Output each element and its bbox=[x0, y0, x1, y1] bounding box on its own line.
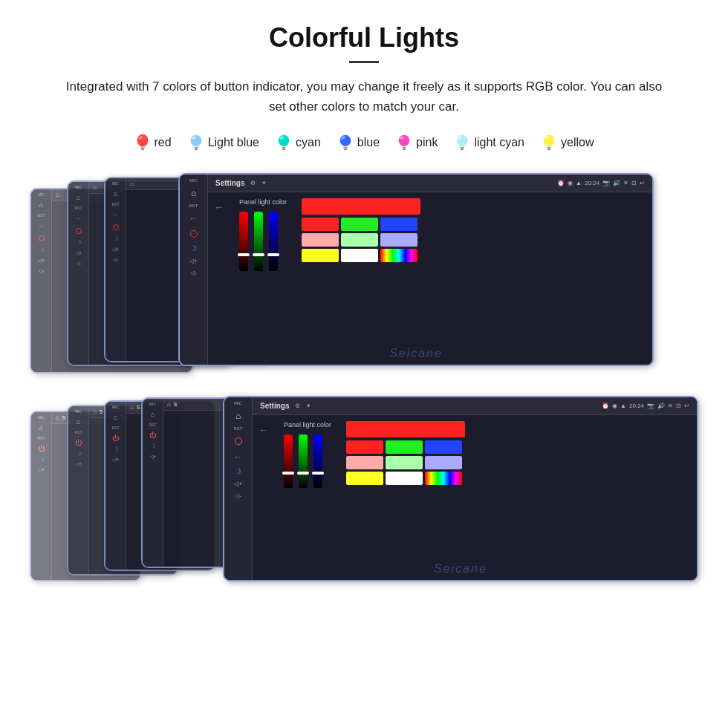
main-top-content-area: Settings ⚙ ✦ ⏰ ◉ ▲ 20:24 📷 🔊 ✕ ⊡ bbox=[208, 175, 652, 365]
vol2-icon-3: ◁- bbox=[113, 257, 118, 263]
red-slider bbox=[239, 212, 248, 271]
power-icon-2 bbox=[76, 228, 82, 234]
page-title: Colorful Lights bbox=[30, 22, 698, 53]
b-cell-green bbox=[386, 440, 423, 454]
svg-rect-3 bbox=[140, 147, 145, 149]
cell-pink1 bbox=[302, 233, 339, 247]
svg-rect-16 bbox=[344, 149, 347, 151]
b-color-grid bbox=[346, 421, 465, 485]
b-topbar-home-2: ⌂ bbox=[93, 408, 97, 415]
top-device-section: MIC ⌂ RST ← ☽ ◁+ ◁- ⌂ bbox=[30, 173, 698, 388]
color-row: red Light blue cyan bbox=[30, 133, 698, 152]
svg-point-17 bbox=[399, 135, 410, 146]
svg-point-13 bbox=[339, 135, 351, 146]
bottom-device-topbar: Settings ⚙ ✦ ⏰ ◉ ▲ 20:24 📷 🔊 ✕ ⊡ bbox=[253, 397, 697, 415]
topbar-x-icon: ✕ bbox=[623, 180, 628, 186]
b-power-icon-main bbox=[235, 437, 242, 445]
home-sym-main: ⌂ bbox=[191, 188, 196, 198]
cell-blue1 bbox=[380, 218, 417, 231]
color-label-yellow: yellow bbox=[561, 136, 594, 149]
b-cell-yellow bbox=[346, 472, 383, 485]
b-cell-lightgreen bbox=[386, 456, 423, 469]
b-mic-3: MIC bbox=[112, 405, 119, 409]
svg-point-1 bbox=[137, 135, 148, 146]
back-sym-main: ← bbox=[189, 213, 198, 224]
b-blue-slider bbox=[313, 434, 322, 488]
topbar-home-1: ⌂ bbox=[56, 192, 59, 198]
b-time: 20:24 bbox=[629, 403, 644, 409]
b-camera-icon: 📷 bbox=[647, 403, 654, 409]
cell-yellow1 bbox=[302, 249, 339, 262]
color-item-blue: blue bbox=[337, 133, 380, 152]
svg-rect-11 bbox=[282, 147, 286, 149]
svg-rect-28 bbox=[547, 149, 550, 151]
b-color-row-1 bbox=[346, 440, 465, 454]
b-topbar-s-2: S bbox=[100, 409, 103, 414]
b-vol-4: ◁+ bbox=[149, 454, 156, 460]
b-color-bar-red bbox=[346, 421, 465, 437]
b-vol-down-main: ◁- bbox=[235, 492, 241, 499]
svg-point-25 bbox=[544, 135, 555, 146]
color-item-lightcyan: light cyan bbox=[454, 133, 524, 152]
b-color-row-2 bbox=[346, 456, 465, 469]
b-vol-up-main: ◁+ bbox=[234, 481, 242, 487]
bottom-device-main: MIC ⌂ RST ← ☽ ◁+ ◁- Settings ⚙ bbox=[223, 396, 698, 582]
cell-white1 bbox=[341, 249, 378, 262]
mic-label-main: MIC bbox=[189, 178, 198, 183]
b-x-icon: ✕ bbox=[668, 403, 673, 409]
green-slider bbox=[254, 212, 263, 271]
svg-rect-4 bbox=[141, 149, 144, 151]
svg-rect-8 bbox=[195, 149, 198, 151]
b-topbar-s-4: S bbox=[174, 402, 178, 407]
b-topbar-s-1: S bbox=[62, 415, 66, 420]
b-mic-4: MIC bbox=[149, 402, 156, 406]
top-device-content: ← Panel light color bbox=[208, 192, 652, 365]
b-rst-2: RST bbox=[75, 430, 82, 434]
moon-icon-2: ☽ bbox=[77, 240, 81, 246]
svg-rect-20 bbox=[403, 149, 406, 151]
b-cell-rainbow bbox=[425, 472, 462, 485]
color-item-yellow: yellow bbox=[541, 133, 594, 152]
rst-label-1: RST bbox=[38, 213, 45, 218]
back-arrow-main: ← bbox=[214, 201, 224, 213]
b-topbar-s-3: S bbox=[137, 405, 140, 410]
color-item-lightblue: Light blue bbox=[188, 133, 259, 152]
svg-rect-12 bbox=[282, 149, 285, 151]
color-row-1-top bbox=[302, 218, 420, 231]
blue-bulb-icon bbox=[337, 133, 354, 152]
b-settings-sliders: Panel light color bbox=[284, 421, 331, 488]
b-vol-3: ◁+ bbox=[112, 457, 119, 463]
red-bulb-icon bbox=[134, 133, 151, 152]
b-power-3: ⏻ bbox=[112, 434, 119, 442]
back-icon-3: ← bbox=[112, 211, 119, 218]
cell-lightgreen1 bbox=[341, 233, 378, 247]
b-home-3: ⌂ bbox=[114, 414, 117, 421]
b-back-icon: ↩ bbox=[684, 403, 689, 409]
panel-label-top: Panel light color bbox=[239, 198, 287, 206]
lightcyan-bulb-icon bbox=[454, 133, 470, 152]
b-home-sym-main: ⌂ bbox=[235, 411, 241, 421]
bottom-main-sidebar: MIC ⌂ RST ← ☽ ◁+ ◁- bbox=[224, 397, 253, 580]
yellow-bulb-icon bbox=[541, 133, 557, 152]
b-mic-2: MIC bbox=[75, 409, 82, 414]
mic-label-1: MIC bbox=[38, 192, 45, 197]
b-moon-3: ☽ bbox=[114, 446, 118, 452]
power-icon-1 bbox=[39, 235, 45, 241]
color-item-red: red bbox=[134, 133, 172, 152]
moon-icon-main: ☽ bbox=[190, 244, 197, 253]
b-cell-lightblue bbox=[425, 456, 462, 469]
b-rst-4: RST bbox=[149, 423, 157, 427]
power-icon-3 bbox=[113, 224, 119, 230]
b-window-icon: ⊡ bbox=[676, 403, 681, 409]
b-cell-white bbox=[386, 472, 423, 485]
topbar-home-2: ⌂ bbox=[93, 184, 97, 191]
b-panel-label: Panel light color bbox=[284, 421, 331, 429]
b-power-1: ⏻ bbox=[38, 445, 45, 452]
main-top-sidebar: MIC ⌂ RST ← ☽ ◁+ ◁- bbox=[180, 175, 208, 365]
color-label-lightblue: Light blue bbox=[208, 136, 259, 149]
vol2-icon-1: ◁- bbox=[39, 268, 44, 274]
topbar-gear-icon: ⚙ bbox=[250, 180, 256, 186]
rst-label-main: RST bbox=[189, 203, 198, 208]
b-vol-1: ◁+ bbox=[38, 467, 45, 473]
b-mic-1: MIC bbox=[38, 415, 45, 420]
